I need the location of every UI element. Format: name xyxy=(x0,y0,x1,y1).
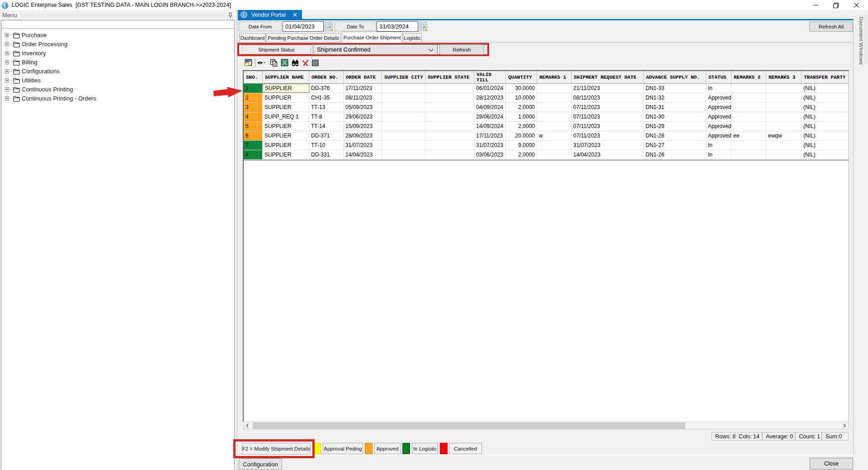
grid-cell[interactable] xyxy=(382,122,425,131)
restore-button[interactable] xyxy=(828,0,844,10)
column-header-remarks-1[interactable]: REMARKS 1 xyxy=(537,71,571,83)
row-sno-cell[interactable]: 4 xyxy=(244,112,263,121)
grid-icon[interactable] xyxy=(311,59,320,67)
grid-cell[interactable] xyxy=(731,84,766,93)
grid-cell[interactable]: 2.0000 xyxy=(506,103,537,112)
tab-logistic[interactable]: Logistic xyxy=(403,33,422,43)
grid-cell[interactable]: SUPPLIER xyxy=(263,122,309,131)
grid-cell[interactable]: SUPPLIER xyxy=(263,141,309,150)
grid-cell[interactable] xyxy=(425,103,474,112)
grid-cell[interactable]: SUPPLIER xyxy=(263,131,309,140)
grid-cell[interactable]: (NIL) xyxy=(802,141,849,150)
grid-cell[interactable]: 17/11/2023 xyxy=(474,131,506,140)
grid-cell[interactable]: (NIL) xyxy=(802,103,849,112)
grid-cell[interactable]: Approved xyxy=(706,103,731,112)
scrollbar-thumb[interactable] xyxy=(253,423,685,429)
grid-cell[interactable] xyxy=(766,122,802,131)
grid-cell[interactable]: 08/11/2023 xyxy=(571,93,644,102)
grid-hscrollbar[interactable] xyxy=(243,422,849,429)
grid-cell[interactable] xyxy=(766,150,802,159)
grid-cell[interactable] xyxy=(425,112,474,121)
column-header-supplier-state[interactable]: SUPPLIER STATE xyxy=(425,71,474,83)
grid-cell[interactable]: In xyxy=(706,84,731,93)
column-width-icon[interactable] xyxy=(257,59,265,67)
column-header-shipment-request-date[interactable]: SHIPMENT REQUEST DATE xyxy=(571,71,644,83)
grid-cell[interactable]: 2.0000 xyxy=(506,150,537,159)
date-to-input[interactable]: 31/03/2024 xyxy=(377,21,418,32)
grid-cell[interactable] xyxy=(382,141,425,150)
grid-cell[interactable]: 2.0000 xyxy=(506,122,537,131)
tree-item-order-processing[interactable]: Order Processing xyxy=(1,40,234,49)
grid-cell[interactable]: DD-371 xyxy=(309,131,344,140)
grid-cell[interactable] xyxy=(425,131,474,140)
grid-cell[interactable] xyxy=(382,150,425,159)
grid-cell[interactable] xyxy=(425,141,474,150)
grid-cell[interactable]: 31/07/2023 xyxy=(474,141,506,150)
find-icon[interactable] xyxy=(291,59,299,67)
grid-cell[interactable] xyxy=(537,84,571,93)
grid-cell[interactable]: CH1-35 xyxy=(309,93,344,102)
refresh-button[interactable]: Refresh xyxy=(439,44,484,55)
date-to-calendar-button[interactable] xyxy=(419,22,427,31)
row-sno-cell[interactable]: 2 xyxy=(244,93,263,102)
export-form-icon[interactable] xyxy=(244,59,252,67)
close-button[interactable]: Close xyxy=(810,458,853,470)
delete-icon[interactable] xyxy=(302,59,310,67)
grid-cell[interactable] xyxy=(731,150,766,159)
close-window-button[interactable] xyxy=(849,0,864,10)
row-sno-cell[interactable]: 3 xyxy=(244,103,263,112)
row-sno-cell[interactable]: 6 xyxy=(244,131,263,140)
tree-item-inventory[interactable]: Inventory xyxy=(1,49,234,58)
grid-cell[interactable]: 31/07/2023 xyxy=(344,141,382,150)
grid-cell[interactable]: 04/09/2024 xyxy=(474,103,506,112)
grid-cell[interactable]: 07/11/2023 xyxy=(571,131,644,140)
grid-cell[interactable]: 14/04/2023 xyxy=(571,150,644,159)
grid-cell[interactable]: 20.0000 xyxy=(506,131,537,140)
grid-cell[interactable]: 30.0000 xyxy=(506,84,537,93)
column-header-remarks-2[interactable]: REMARKS 2 xyxy=(731,71,766,83)
grid-cell[interactable]: SUPP_REQ 1 xyxy=(263,112,309,121)
grid-cell[interactable]: SUPPLIER xyxy=(263,84,309,93)
date-from-calendar-button[interactable] xyxy=(324,22,332,31)
grid-row-2[interactable]: 2SUPPLIERCH1-3508/11/202328/12/202310.00… xyxy=(244,93,849,103)
grid-cell[interactable]: TT-8 xyxy=(309,112,344,121)
grid-cell[interactable]: ee xyxy=(731,131,766,140)
document-windows-tab[interactable]: Document WIndows xyxy=(854,15,868,64)
scroll-right-arrow[interactable] xyxy=(841,422,848,429)
grid-row-1[interactable]: 1SUPPLIERDD-37617/11/202306/01/202430.00… xyxy=(244,84,849,93)
grid-cell[interactable] xyxy=(766,112,802,121)
grid-cell[interactable]: 29/06/2023 xyxy=(344,112,382,121)
grid-cell[interactable] xyxy=(731,103,766,112)
grid-cell[interactable]: 21/11/2023 xyxy=(571,84,644,93)
grid-cell[interactable]: 05/09/2023 xyxy=(344,103,382,112)
grid-row-4[interactable]: 4SUPP_REQ 1TT-829/06/202328/06/20241.000… xyxy=(244,112,849,122)
column-header-sno-[interactable]: SNO. xyxy=(244,71,263,83)
grid-cell[interactable] xyxy=(731,122,766,131)
grid-cell[interactable] xyxy=(382,93,425,102)
grid-cell[interactable] xyxy=(537,103,571,112)
grid-cell[interactable] xyxy=(382,103,425,112)
column-header-status[interactable]: STATUS xyxy=(706,71,731,83)
grid-cell[interactable]: 06/01/2024 xyxy=(474,84,506,93)
grid-cell[interactable] xyxy=(766,103,802,112)
column-header-order-no-[interactable]: ORDER NO. xyxy=(309,71,344,83)
grid-cell[interactable] xyxy=(766,84,802,93)
grid-cell[interactable]: TT-14 xyxy=(309,122,344,131)
grid-cell[interactable]: DN1-29 xyxy=(644,122,706,131)
grid-cell[interactable] xyxy=(537,93,571,102)
grid-cell[interactable]: 07/11/2023 xyxy=(571,122,644,131)
grid-cell[interactable] xyxy=(731,112,766,121)
tree-item-billing[interactable]: Billing xyxy=(1,58,234,67)
tree-item-utilities[interactable]: Utilities xyxy=(1,76,234,85)
scroll-left-arrow[interactable] xyxy=(244,422,251,429)
vendor-portal-tab[interactable]: L Vendor Portal xyxy=(238,10,302,19)
grid-cell[interactable]: DN1-31 xyxy=(644,103,706,112)
grid-cell[interactable] xyxy=(537,141,571,150)
grid-cell[interactable]: 28/09/2023 xyxy=(344,131,382,140)
tab-purchase-order-shipment[interactable]: Purchase Order Shipment xyxy=(342,32,402,43)
tree-item-continuous-printing[interactable]: Continuous Printing xyxy=(1,85,234,94)
tab-dashboard[interactable]: Dashboard xyxy=(239,33,266,43)
date-from-input[interactable]: 01/04/2023 xyxy=(283,21,324,32)
configuration-tab[interactable]: Configuration xyxy=(239,458,282,470)
column-header-advance-supply-no-[interactable]: ADVANCE SUPPLY NO. xyxy=(644,71,706,83)
